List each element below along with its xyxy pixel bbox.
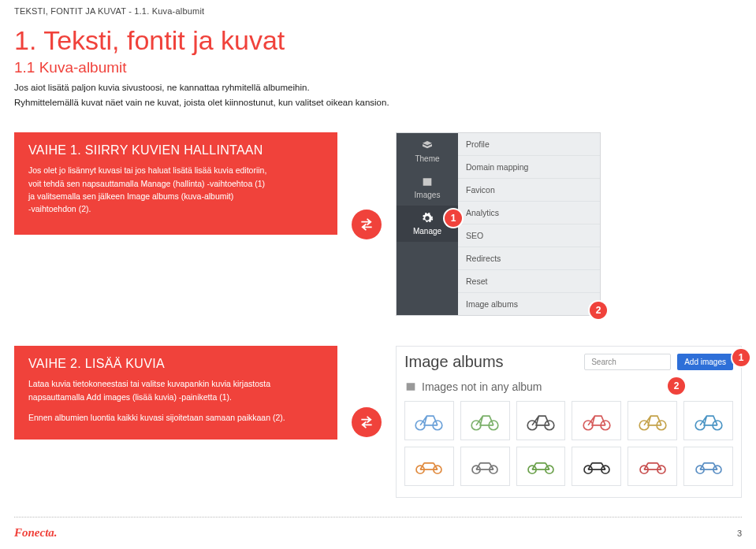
image-thumb[interactable] — [516, 401, 566, 440]
image-thumb[interactable] — [683, 447, 733, 486]
brand-logo: Fonecta. — [14, 526, 58, 540]
intro-text-line: Ryhmittelemällä kuvat näet vain ne kuvat… — [14, 96, 742, 109]
menu-item-image-albums[interactable]: Image albums — [458, 293, 600, 315]
step1-body: voit tehdä sen napsauttamalla Manage (ha… — [28, 177, 323, 190]
image-thumb[interactable] — [628, 447, 677, 486]
callout-badge-2: 2 — [590, 302, 607, 319]
image-thumb[interactable] — [404, 401, 454, 440]
image-thumb[interactable] — [404, 447, 454, 486]
step2-screenshot: Image albums Search Add images Images no… — [396, 346, 742, 498]
menu-item-profile[interactable]: Profile — [458, 133, 600, 156]
menu-item-redirects[interactable]: Redirects — [458, 247, 600, 270]
sidebar-label: Theme — [415, 154, 439, 163]
sub-album-title: Images not in any album — [422, 380, 542, 393]
menu-item-seo[interactable]: SEO — [458, 224, 600, 247]
sidebar-item-theme[interactable]: Theme — [397, 133, 458, 169]
menu-item-favicon[interactable]: Favicon — [458, 179, 600, 202]
image-thumb[interactable] — [572, 447, 621, 486]
step2-box: VAIHE 2. LISÄÄ KUVIA Lataa kuvia tietoko… — [14, 346, 337, 440]
search-input[interactable]: Search — [584, 354, 671, 370]
swap-icon — [352, 407, 382, 437]
menu-item-analytics[interactable]: Analytics — [458, 202, 600, 224]
theme-icon — [421, 139, 434, 152]
image-thumb[interactable] — [516, 447, 566, 486]
step1-box: VAIHE 1. SIIRRY KUVIEN HALLINTAAN Jos ol… — [14, 132, 337, 235]
breadcrumb: TEKSTI, FONTIT JA KUVAT - 1.1. Kuva-albu… — [14, 6, 742, 16]
swap-icon — [352, 210, 382, 239]
step1-title: VAIHE 1. SIIRRY KUVIEN HALLINTAAN — [28, 143, 323, 158]
step2-body: Ennen albumien luontia kaikki kuvasi sij… — [28, 411, 323, 424]
sidebar-item-images[interactable]: Images — [397, 169, 458, 206]
page-subtitle: 1.1 Kuva-albumit — [14, 59, 742, 76]
image-thumb[interactable] — [628, 401, 677, 440]
thumbnail-grid — [404, 401, 733, 486]
menu-item-reset[interactable]: Reset — [458, 270, 600, 293]
menu-item-domain-mapping[interactable]: Domain mapping — [458, 156, 600, 179]
step2-body: Lataa kuvia tietokoneestasi tai valitse … — [28, 377, 323, 390]
sidebar-label: Images — [415, 191, 441, 199]
image-thumb[interactable] — [460, 401, 510, 440]
step1-body: ja valitsemalla sen jälkeen Image albums… — [28, 190, 323, 202]
step1-screenshot: Theme Images Manage Profile Domain mappi… — [396, 132, 601, 316]
album-icon — [404, 380, 417, 393]
intro-text-line: Jos aiot lisätä paljon kuvia sivustoosi,… — [14, 81, 742, 95]
step2-title: VAIHE 2. LISÄÄ KUVIA — [28, 357, 323, 371]
image-thumb[interactable] — [572, 401, 621, 440]
step2-body: napsauttamalla Add images (lisää kuvia) … — [28, 391, 323, 403]
image-thumb[interactable] — [460, 447, 510, 486]
step1-body: -vaihtoehdon (2). — [28, 202, 323, 215]
image-thumb[interactable] — [683, 401, 733, 440]
gear-icon — [421, 212, 434, 224]
albums-heading: Image albums — [404, 353, 578, 371]
page-number: 3 — [737, 529, 742, 538]
callout-badge-1: 1 — [732, 349, 750, 366]
page-title: 1. Teksti, fontit ja kuvat — [14, 25, 742, 56]
step1-body: Jos olet jo lisännyt kuvasi tai jos halu… — [28, 164, 323, 176]
footer-divider — [14, 517, 742, 517]
images-icon — [421, 176, 434, 188]
sidebar-label: Manage — [413, 227, 441, 236]
add-images-button[interactable]: Add images — [677, 354, 733, 370]
